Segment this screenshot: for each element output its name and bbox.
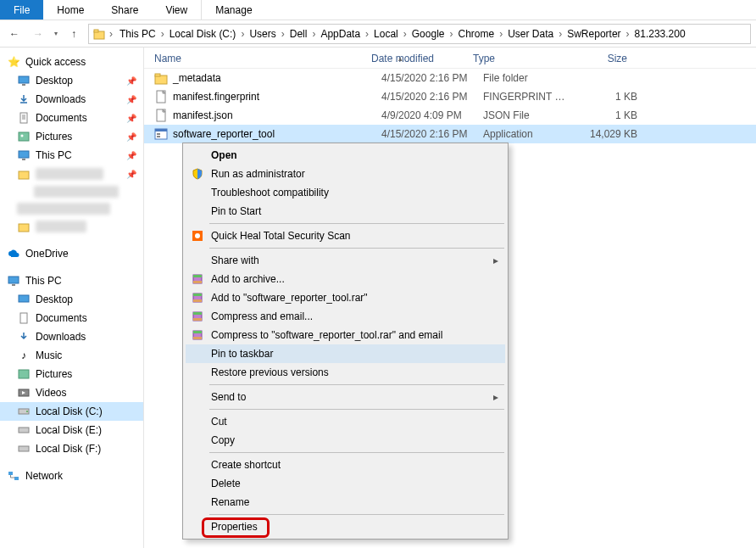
breadcrumb-segment[interactable]: Dell — [286, 26, 311, 42]
chevron-right-icon — [280, 28, 286, 40]
svg-rect-18 — [19, 370, 29, 378]
ctx-pintaskbar[interactable]: Pin to taskbar — [186, 344, 505, 363]
shield-icon — [191, 167, 204, 181]
ctx-compressto[interactable]: Compress to "software_reporter_tool.rar"… — [186, 326, 505, 344]
ctx-addarchive[interactable]: Add to archive... — [186, 270, 505, 288]
sidebar-network[interactable]: Network — [0, 467, 143, 485]
ribbon-manage[interactable]: Manage — [201, 0, 265, 20]
pin-icon: 📌 — [126, 132, 136, 142]
sidebar-item-disk-f[interactable]: Local Disk (F:) — [0, 439, 143, 458]
file-row[interactable]: _metadata4/15/2020 2:16 PMFile folder — [144, 69, 756, 87]
sidebar-item-disk-e[interactable]: Local Disk (E:) — [0, 421, 143, 439]
ctx-shortcut[interactable]: Create shortcut — [186, 456, 505, 474]
file-row[interactable]: manifest.fingerprint4/15/2020 2:16 PMFIN… — [144, 87, 756, 106]
column-name[interactable]: Name▴ — [144, 53, 364, 64]
winrar-icon — [191, 291, 204, 305]
file-date: 4/15/2020 2:16 PM — [375, 128, 476, 140]
sidebar-onedrive[interactable]: OneDrive — [0, 244, 143, 263]
breadcrumb-segment[interactable]: 81.233.200 — [631, 26, 689, 42]
file-size: 1 KB — [576, 109, 644, 121]
ctx-delete[interactable]: Delete — [186, 474, 505, 493]
ctx-rename[interactable]: Rename — [186, 493, 505, 512]
svg-point-9 — [21, 135, 24, 137]
ribbon-home[interactable]: Home — [43, 0, 97, 20]
ribbon-file[interactable]: File — [0, 0, 43, 20]
quick-access-header[interactable]: ⭐ Quick access — [0, 53, 143, 71]
sidebar-item-disk-c[interactable]: Local Disk (C:) — [0, 402, 143, 421]
sidebar-item-pictures[interactable]: Pictures — [0, 365, 143, 383]
svg-rect-3 — [22, 84, 25, 86]
svg-rect-4 — [20, 113, 27, 123]
winrar-icon — [191, 328, 204, 342]
ctx-separator — [209, 452, 504, 453]
column-size[interactable]: Size — [566, 53, 634, 64]
breadcrumb-segment[interactable]: AppData — [317, 26, 364, 42]
breadcrumb-segment[interactable]: Google — [409, 26, 448, 42]
sidebar-item-desktop[interactable]: Desktop📌 — [0, 71, 143, 90]
ctx-sendto[interactable]: Send to▸ — [186, 388, 505, 406]
sidebar-item-documents[interactable]: Documents — [0, 309, 143, 327]
network-icon — [7, 469, 20, 483]
ribbon-share[interactable]: Share — [97, 0, 152, 20]
ctx-troubleshoot[interactable]: Troubleshoot compatibility — [186, 183, 505, 202]
sidebar-item-music[interactable]: ♪Music — [0, 346, 143, 365]
sidebar-item-downloads[interactable]: Downloads — [0, 327, 143, 346]
breadcrumb-segment[interactable]: Chrome — [454, 26, 498, 42]
sidebar-obscured[interactable] — [0, 217, 143, 236]
up-button[interactable]: ↑ — [64, 25, 83, 43]
breadcrumb[interactable]: This PCLocal Disk (C:)UsersDellAppDataLo… — [88, 24, 751, 44]
sidebar-item-downloads[interactable]: Downloads📌 — [0, 90, 143, 109]
svg-rect-43 — [193, 312, 202, 315]
svg-rect-24 — [8, 472, 13, 475]
history-dropdown[interactable]: ▾ — [54, 30, 58, 37]
svg-rect-41 — [193, 299, 202, 302]
column-type[interactable]: Type — [466, 53, 566, 64]
svg-rect-38 — [193, 281, 202, 283]
sidebar-obscured[interactable] — [0, 183, 143, 200]
forward-button[interactable]: → — [29, 25, 47, 43]
file-row[interactable]: software_reporter_tool4/15/2020 2:16 PMA… — [144, 125, 756, 143]
sidebar-item-videos[interactable]: Videos — [0, 383, 143, 402]
ctx-quickheal[interactable]: Quick Heal Total Security Scan — [186, 226, 505, 245]
ctx-properties[interactable]: Properties — [186, 517, 505, 536]
breadcrumb-segment[interactable]: User Data — [504, 26, 557, 42]
breadcrumb-segment[interactable]: Local — [370, 26, 402, 42]
breadcrumb-segment[interactable]: SwReporter — [564, 26, 624, 42]
sidebar-obscured[interactable]: 📌 — [0, 165, 143, 183]
pin-icon: 📌 — [126, 95, 136, 104]
chevron-right-icon — [498, 28, 504, 40]
chevron-right-icon — [402, 28, 409, 40]
address-bar: ← → ▾ ↑ This PCLocal Disk (C:)UsersDellA… — [0, 20, 756, 48]
ctx-open[interactable]: Open — [186, 146, 505, 165]
chevron-right-icon: ▸ — [493, 391, 498, 403]
disk-icon — [17, 423, 31, 437]
ctx-separator — [209, 409, 504, 410]
ctx-runadmin[interactable]: Run as administrator — [186, 165, 505, 183]
ribbon-view[interactable]: View — [152, 0, 201, 20]
column-date[interactable]: Date modified — [364, 53, 466, 64]
sidebar-obscured[interactable] — [0, 200, 143, 217]
winrar-icon — [191, 310, 204, 323]
sidebar-item-desktop[interactable]: Desktop — [0, 290, 143, 309]
ctx-compressemail[interactable]: Compress and email... — [186, 307, 505, 326]
svg-rect-16 — [19, 295, 29, 302]
sidebar-item-documents[interactable]: Documents📌 — [0, 109, 143, 127]
pin-icon: 📌 — [126, 76, 136, 86]
sidebar-item-pictures[interactable]: Pictures📌 — [0, 127, 143, 146]
svg-rect-27 — [155, 74, 160, 76]
file-row[interactable]: manifest.json4/9/2020 4:09 PMJSON File1 … — [144, 106, 756, 125]
navigation-pane[interactable]: ⭐ Quick access Desktop📌 Downloads📌 Docum… — [0, 48, 144, 548]
sidebar-item-thispc[interactable]: This PC📌 — [0, 146, 143, 165]
ctx-copy[interactable]: Copy — [186, 431, 505, 450]
ctx-pinstart[interactable]: Pin to Start — [186, 202, 505, 221]
breadcrumb-segment[interactable]: This PC — [116, 26, 159, 42]
back-button[interactable]: ← — [5, 25, 24, 43]
ctx-restore[interactable]: Restore previous versions — [186, 363, 505, 382]
breadcrumb-segment[interactable]: Local Disk (C:) — [166, 26, 240, 42]
sidebar-thispc-header[interactable]: This PC — [0, 271, 143, 290]
ctx-sharewith[interactable]: Share with▸ — [186, 251, 505, 270]
winrar-icon — [191, 272, 204, 286]
ctx-addto[interactable]: Add to "software_reporter_tool.rar" — [186, 288, 505, 307]
breadcrumb-segment[interactable]: Users — [246, 26, 279, 42]
ctx-cut[interactable]: Cut — [186, 412, 505, 431]
